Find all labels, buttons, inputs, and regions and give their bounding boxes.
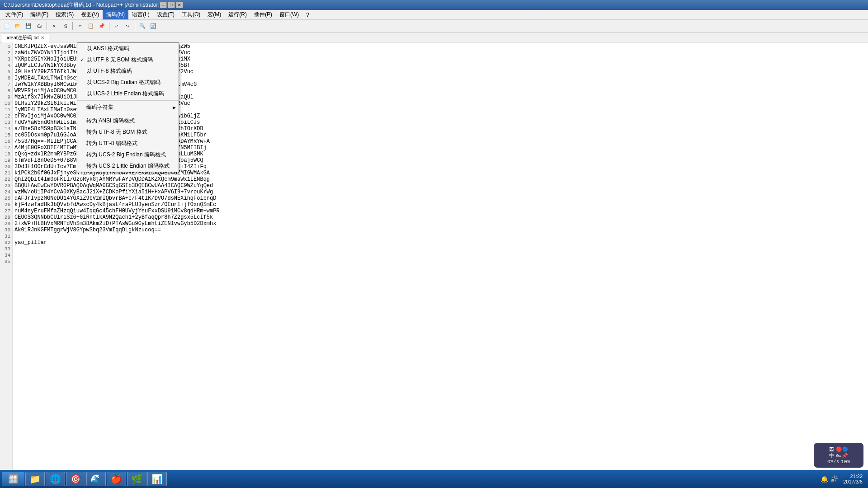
- menu-tools[interactable]: 工具(O): [178, 10, 204, 19]
- line-num-27: 27: [0, 208, 10, 214]
- widget-row-2: 中 ⚙✏📌: [829, 452, 848, 459]
- copy-button[interactable]: 📋: [86, 21, 96, 31]
- taskbar-right: 🔔 🔊 21:22 2017/3/6: [821, 474, 866, 484]
- menu-settings[interactable]: 设置(T): [153, 10, 178, 19]
- menu-search[interactable]: 搜索(S): [52, 10, 77, 19]
- toolbar-sep-2: [72, 22, 73, 30]
- tab-close-icon[interactable]: ✕: [41, 35, 44, 40]
- taskbar-app-1[interactable]: 📁: [25, 472, 45, 486]
- dropdown-sep-1: [77, 100, 179, 101]
- tab-label: ideal注册码.txt: [7, 34, 39, 41]
- editor-line-32: yao_pillar: [14, 239, 866, 246]
- editor-line-29: 2+xWP+HtBhVxMRNTdVhSm38Akm2iD+PTAsWGu9Gy…: [14, 221, 866, 227]
- save-button[interactable]: 💾: [24, 21, 33, 31]
- taskbar-app-7[interactable]: 📊: [147, 472, 167, 486]
- line-num-4: 4: [0, 62, 10, 69]
- line-num-21: 21: [0, 170, 10, 176]
- widget-zh[interactable]: 中: [829, 452, 834, 459]
- redo-button[interactable]: ↪: [123, 21, 132, 31]
- close-button-tb[interactable]: ✕: [49, 21, 59, 31]
- line-num-20: 20: [0, 164, 10, 170]
- convert-ucs2-little[interactable]: 转为 UCS-2 Little Endian 编码格式: [77, 160, 179, 172]
- menu-help[interactable]: ?: [302, 10, 313, 19]
- convert-ansi[interactable]: 转为 ANSI 编码格式: [77, 115, 179, 127]
- convert-ucs2-big[interactable]: 转为 UCS-2 Big Endian 编码格式: [77, 149, 179, 160]
- close-button[interactable]: ✕: [176, 2, 183, 8]
- line-num-34: 34: [0, 252, 10, 258]
- taskbar-app-6[interactable]: 🌿: [127, 472, 146, 486]
- menu-macro[interactable]: 宏(M): [204, 10, 225, 19]
- editor-line-25: qAFJrIvpzMGNeDU14YGXiZ9bVzmIQbvrBA+c/F4t…: [14, 195, 866, 202]
- systray-volume: 🔊: [830, 475, 838, 483]
- undo-button[interactable]: ↩: [112, 21, 122, 31]
- line-num-5: 5: [0, 69, 10, 75]
- save-all-button[interactable]: 🗂: [34, 21, 44, 31]
- taskbar-app-5[interactable]: 🍎: [107, 472, 126, 486]
- systray-network: 🔔: [821, 475, 828, 483]
- line-num-17: 17: [0, 145, 10, 151]
- menu-window[interactable]: 窗口(W): [276, 10, 302, 19]
- encoding-utf8[interactable]: 以 UTF-8 格式编码: [77, 66, 179, 77]
- encoding-dropdown: 以 ANSI 格式编码 以 UTF-8 无 BOM 格式编码 以 UTF-8 格…: [77, 42, 179, 172]
- line-num-11: 11: [0, 107, 10, 113]
- line-num-35: 35: [0, 258, 10, 265]
- encoding-ucs2-big[interactable]: 以 UCS-2 Big Endian 格式编码: [77, 77, 179, 88]
- open-button[interactable]: 📂: [13, 21, 23, 31]
- widget-overlay: 🖼 🔴🔵 中 ⚙✏📌 0%/s 10%: [814, 443, 863, 468]
- toolbar-sep-4: [135, 22, 135, 30]
- taskbar-app-2[interactable]: 🌐: [46, 472, 65, 486]
- line-num-29: 29: [0, 221, 10, 227]
- encoding-utf8-nobom[interactable]: 以 UTF-8 无 BOM 格式编码: [77, 54, 179, 66]
- line-num-26: 26: [0, 202, 10, 208]
- editor-line-33: [14, 246, 866, 252]
- tab-ideal[interactable]: ideal注册码.txt ✕: [2, 33, 49, 42]
- line-num-15: 15: [0, 132, 10, 138]
- encoding-charset[interactable]: 编码字符集: [77, 102, 179, 113]
- editor-line-23: BBQUHAwEwCwYDVR0PBAQDAgWqMA0GCSqGSIb3DQE…: [14, 183, 866, 189]
- convert-utf8[interactable]: 转为 UTF-8 编码格式: [77, 138, 179, 149]
- menu-bar: 文件(F) 编辑(E) 搜索(S) 视图(V) 编码(N) 语言(L) 设置(T…: [0, 10, 868, 20]
- tab-bar: ideal注册码.txt ✕: [0, 33, 868, 42]
- maximize-button[interactable]: □: [168, 2, 175, 8]
- menu-plugins[interactable]: 插件(P): [250, 10, 276, 19]
- menu-edit[interactable]: 编辑(E): [27, 10, 52, 19]
- replace-button[interactable]: 🔄: [148, 21, 158, 31]
- find-button[interactable]: 🔍: [137, 21, 147, 31]
- line-num-33: 33: [0, 246, 10, 252]
- line-num-23: 23: [0, 183, 10, 189]
- taskbar-app-4[interactable]: 🌊: [86, 472, 106, 486]
- paste-button[interactable]: 📌: [97, 21, 107, 31]
- menu-run[interactable]: 运行(R): [225, 10, 250, 19]
- taskbar: 🪟 📁 🌐 🎯 🌊 🍎 🌿 📊 🔔 🔊 21:22 2017/3/6: [0, 470, 868, 488]
- menu-file[interactable]: 文件(F): [2, 10, 27, 19]
- line-num-1: 1: [0, 43, 10, 50]
- line-num-18: 18: [0, 151, 10, 157]
- line-num-10: 10: [0, 100, 10, 107]
- encoding-ansi[interactable]: 以 ANSI 格式编码: [77, 43, 179, 54]
- menu-encoding[interactable]: 编码(N): [103, 10, 128, 19]
- dropdown-sep-2: [77, 114, 179, 114]
- menu-view[interactable]: 视图(V): [77, 10, 103, 19]
- line-num-8: 8: [0, 88, 10, 94]
- widget-row-3: 0%/s 10%: [827, 459, 850, 465]
- print-button[interactable]: 🖨: [60, 21, 70, 31]
- cut-button[interactable]: ✂: [75, 21, 85, 31]
- encoding-ucs2-little[interactable]: 以 UCS-2 Little Endian 格式编码: [77, 88, 179, 99]
- new-button[interactable]: 📄: [2, 21, 12, 31]
- taskbar-app-3[interactable]: 🎯: [66, 472, 85, 486]
- minimize-button[interactable]: ─: [160, 2, 167, 8]
- start-button[interactable]: 🪟: [2, 472, 24, 486]
- line-numbers: 1 2 3 4 5 6 7 8 9 10 11 12 13 14 15 16 1…: [0, 42, 13, 477]
- editor-line-34: [14, 252, 866, 258]
- menu-language[interactable]: 语言(L): [128, 10, 153, 19]
- line-num-25: 25: [0, 195, 10, 202]
- title-bar: C:\Users\bin\Desktop\ideal注册码.txt - Note…: [0, 0, 868, 10]
- editor-container: 以 ANSI 格式编码 以 UTF-8 无 BOM 格式编码 以 UTF-8 格…: [0, 42, 868, 477]
- editor-line-22: QhI2Qbit4lm0oFKLl/GzoRykGjAYMRYwFAYDVQDD…: [14, 176, 866, 183]
- line-num-14: 14: [0, 126, 10, 132]
- convert-utf8-nobom[interactable]: 转为 UTF-8 无 BOM 格式: [77, 127, 179, 138]
- clock: 21:22 2017/3/6: [840, 474, 866, 484]
- line-num-30: 30: [0, 227, 10, 233]
- line-num-16: 16: [0, 138, 10, 145]
- line-num-6: 6: [0, 75, 10, 81]
